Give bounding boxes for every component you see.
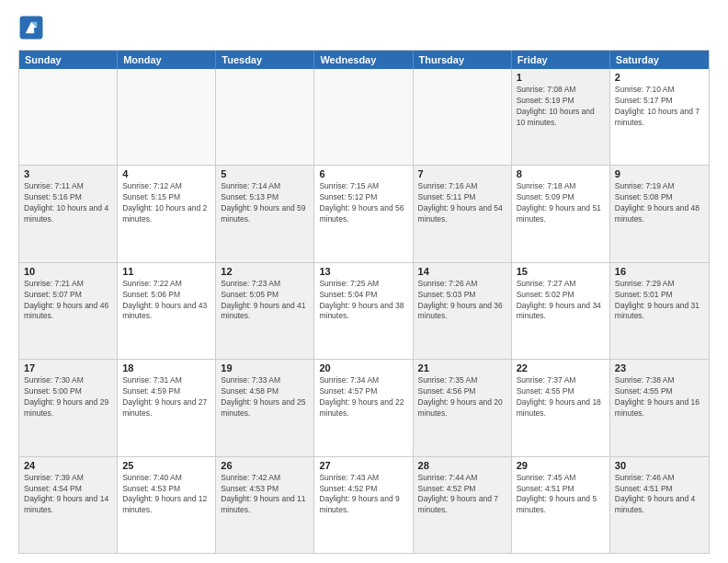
day-info: Sunrise: 7:30 AM Sunset: 5:00 PM Dayligh…	[24, 375, 112, 419]
day-info: Sunrise: 7:35 AM Sunset: 4:56 PM Dayligh…	[418, 375, 506, 419]
day-number: 2	[615, 72, 704, 83]
cal-cell-15: 15Sunrise: 7:27 AM Sunset: 5:02 PM Dayli…	[512, 263, 610, 359]
cal-cell-29: 29Sunrise: 7:45 AM Sunset: 4:51 PM Dayli…	[512, 457, 610, 553]
day-info: Sunrise: 7:16 AM Sunset: 5:11 PM Dayligh…	[418, 181, 506, 225]
week-row-3: 17Sunrise: 7:30 AM Sunset: 5:00 PM Dayli…	[19, 359, 709, 455]
day-info: Sunrise: 7:21 AM Sunset: 5:07 PM Dayligh…	[24, 279, 112, 323]
cal-cell-7: 7Sunrise: 7:16 AM Sunset: 5:11 PM Daylig…	[414, 166, 512, 261]
day-number: 30	[615, 460, 704, 471]
header	[18, 15, 710, 40]
day-info: Sunrise: 7:25 AM Sunset: 5:04 PM Dayligh…	[319, 279, 407, 323]
cal-cell-empty	[314, 69, 413, 165]
cal-cell-14: 14Sunrise: 7:26 AM Sunset: 5:03 PM Dayli…	[414, 263, 512, 359]
day-info: Sunrise: 7:33 AM Sunset: 4:58 PM Dayligh…	[221, 375, 309, 419]
day-info: Sunrise: 7:34 AM Sunset: 4:57 PM Dayligh…	[319, 375, 407, 419]
day-number: 6	[319, 168, 407, 179]
day-number: 9	[615, 168, 704, 179]
day-info: Sunrise: 7:37 AM Sunset: 4:55 PM Dayligh…	[517, 375, 605, 419]
day-info: Sunrise: 7:18 AM Sunset: 5:09 PM Dayligh…	[517, 181, 605, 225]
week-row-2: 10Sunrise: 7:21 AM Sunset: 5:07 PM Dayli…	[19, 262, 709, 359]
page: SundayMondayTuesdayWednesdayThursdayFrid…	[0, 0, 728, 563]
day-info: Sunrise: 7:39 AM Sunset: 4:54 PM Dayligh…	[24, 473, 112, 517]
cal-cell-10: 10Sunrise: 7:21 AM Sunset: 5:07 PM Dayli…	[19, 263, 118, 359]
cal-cell-16: 16Sunrise: 7:29 AM Sunset: 5:01 PM Dayli…	[610, 263, 709, 359]
cal-cell-22: 22Sunrise: 7:37 AM Sunset: 4:55 PM Dayli…	[512, 360, 610, 455]
day-number: 12	[221, 266, 309, 277]
day-info: Sunrise: 7:29 AM Sunset: 5:01 PM Dayligh…	[615, 279, 704, 323]
cal-cell-20: 20Sunrise: 7:34 AM Sunset: 4:57 PM Dayli…	[314, 360, 413, 455]
day-number: 3	[24, 168, 112, 179]
day-number: 26	[221, 460, 309, 471]
day-number: 18	[122, 362, 210, 373]
day-info: Sunrise: 7:46 AM Sunset: 4:51 PM Dayligh…	[615, 473, 704, 517]
day-number: 5	[221, 168, 309, 179]
week-row-4: 24Sunrise: 7:39 AM Sunset: 4:54 PM Dayli…	[19, 456, 709, 553]
cal-cell-30: 30Sunrise: 7:46 AM Sunset: 4:51 PM Dayli…	[610, 457, 709, 553]
day-number: 20	[319, 362, 407, 373]
cal-cell-21: 21Sunrise: 7:35 AM Sunset: 4:56 PM Dayli…	[414, 360, 512, 455]
cal-cell-18: 18Sunrise: 7:31 AM Sunset: 4:59 PM Dayli…	[118, 360, 216, 455]
day-info: Sunrise: 7:11 AM Sunset: 5:16 PM Dayligh…	[24, 181, 112, 225]
cal-cell-empty	[216, 69, 314, 165]
day-number: 11	[122, 266, 210, 277]
cal-cell-empty	[118, 69, 216, 165]
cal-cell-26: 26Sunrise: 7:42 AM Sunset: 4:53 PM Dayli…	[216, 457, 314, 553]
day-info: Sunrise: 7:23 AM Sunset: 5:05 PM Dayligh…	[221, 279, 309, 323]
week-row-1: 3Sunrise: 7:11 AM Sunset: 5:16 PM Daylig…	[19, 165, 709, 261]
day-number: 10	[24, 266, 112, 277]
day-number: 7	[418, 168, 506, 179]
day-info: Sunrise: 7:08 AM Sunset: 5:19 PM Dayligh…	[517, 85, 605, 129]
cal-cell-27: 27Sunrise: 7:43 AM Sunset: 4:52 PM Dayli…	[314, 457, 413, 553]
cal-cell-11: 11Sunrise: 7:22 AM Sunset: 5:06 PM Dayli…	[118, 263, 216, 359]
day-number: 22	[517, 362, 605, 373]
cal-cell-13: 13Sunrise: 7:25 AM Sunset: 5:04 PM Dayli…	[314, 263, 413, 359]
day-number: 19	[221, 362, 309, 373]
calendar-header: SundayMondayTuesdayWednesdayThursdayFrid…	[19, 51, 709, 69]
day-number: 27	[319, 460, 407, 471]
header-cell-monday: Monday	[118, 51, 216, 69]
cal-cell-empty	[19, 69, 118, 165]
cal-cell-19: 19Sunrise: 7:33 AM Sunset: 4:58 PM Dayli…	[216, 360, 314, 455]
header-cell-tuesday: Tuesday	[216, 51, 314, 69]
day-info: Sunrise: 7:45 AM Sunset: 4:51 PM Dayligh…	[517, 473, 605, 517]
cal-cell-28: 28Sunrise: 7:44 AM Sunset: 4:52 PM Dayli…	[414, 457, 512, 553]
day-number: 25	[122, 460, 210, 471]
day-number: 21	[418, 362, 506, 373]
cal-cell-1: 1Sunrise: 7:08 AM Sunset: 5:19 PM Daylig…	[512, 69, 610, 165]
day-info: Sunrise: 7:38 AM Sunset: 4:55 PM Dayligh…	[615, 375, 704, 419]
week-row-0: 1Sunrise: 7:08 AM Sunset: 5:19 PM Daylig…	[19, 69, 709, 165]
day-number: 13	[319, 266, 407, 277]
day-info: Sunrise: 7:19 AM Sunset: 5:08 PM Dayligh…	[615, 181, 704, 225]
day-number: 14	[418, 266, 506, 277]
cal-cell-empty	[414, 69, 512, 165]
cal-cell-8: 8Sunrise: 7:18 AM Sunset: 5:09 PM Daylig…	[512, 166, 610, 261]
cal-cell-17: 17Sunrise: 7:30 AM Sunset: 5:00 PM Dayli…	[19, 360, 118, 455]
day-number: 16	[615, 266, 704, 277]
cal-cell-5: 5Sunrise: 7:14 AM Sunset: 5:13 PM Daylig…	[216, 166, 314, 261]
day-info: Sunrise: 7:27 AM Sunset: 5:02 PM Dayligh…	[517, 279, 605, 323]
cal-cell-2: 2Sunrise: 7:10 AM Sunset: 5:17 PM Daylig…	[610, 69, 709, 165]
header-cell-saturday: Saturday	[610, 51, 709, 69]
day-info: Sunrise: 7:10 AM Sunset: 5:17 PM Dayligh…	[615, 85, 704, 129]
day-info: Sunrise: 7:43 AM Sunset: 4:52 PM Dayligh…	[319, 473, 407, 517]
calendar-body: 1Sunrise: 7:08 AM Sunset: 5:19 PM Daylig…	[19, 69, 709, 553]
day-number: 28	[418, 460, 506, 471]
day-info: Sunrise: 7:26 AM Sunset: 5:03 PM Dayligh…	[418, 279, 506, 323]
cal-cell-9: 9Sunrise: 7:19 AM Sunset: 5:08 PM Daylig…	[610, 166, 709, 261]
day-number: 23	[615, 362, 704, 373]
cal-cell-6: 6Sunrise: 7:15 AM Sunset: 5:12 PM Daylig…	[314, 166, 413, 261]
cal-cell-24: 24Sunrise: 7:39 AM Sunset: 4:54 PM Dayli…	[19, 457, 118, 553]
day-number: 15	[517, 266, 605, 277]
header-cell-wednesday: Wednesday	[314, 51, 413, 69]
calendar: SundayMondayTuesdayWednesdayThursdayFrid…	[18, 50, 710, 554]
day-info: Sunrise: 7:14 AM Sunset: 5:13 PM Dayligh…	[221, 181, 309, 225]
day-number: 4	[122, 168, 210, 179]
day-info: Sunrise: 7:22 AM Sunset: 5:06 PM Dayligh…	[122, 279, 210, 323]
day-info: Sunrise: 7:42 AM Sunset: 4:53 PM Dayligh…	[221, 473, 309, 517]
cal-cell-25: 25Sunrise: 7:40 AM Sunset: 4:53 PM Dayli…	[118, 457, 216, 553]
day-number: 1	[517, 72, 605, 83]
cal-cell-3: 3Sunrise: 7:11 AM Sunset: 5:16 PM Daylig…	[19, 166, 118, 261]
day-number: 17	[24, 362, 112, 373]
day-info: Sunrise: 7:31 AM Sunset: 4:59 PM Dayligh…	[122, 375, 210, 419]
day-number: 24	[24, 460, 112, 471]
